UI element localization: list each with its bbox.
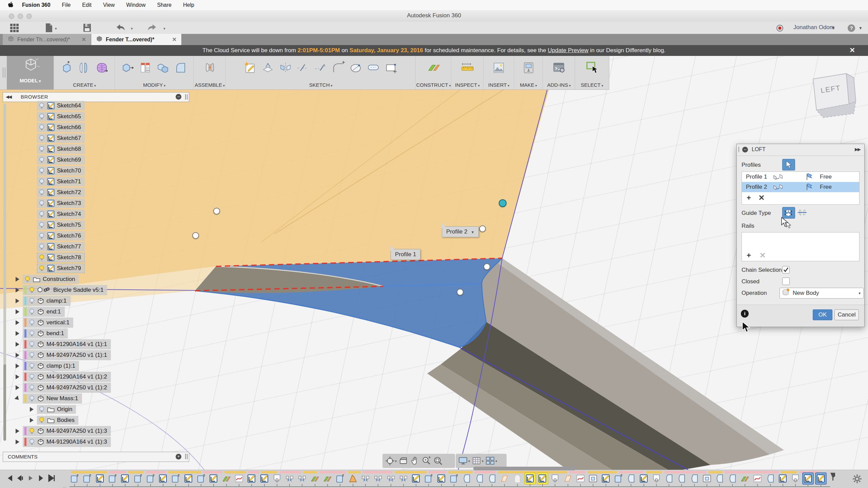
visibility-bulb-icon[interactable] — [39, 200, 45, 207]
sketch-fillet-icon[interactable] — [331, 60, 346, 75]
comments-resize-grip[interactable] — [185, 454, 188, 459]
timeline-feature-sketch[interactable] — [95, 473, 105, 484]
browser-resize-grip[interactable] — [185, 94, 188, 100]
browser-item-sketch72[interactable]: Sketch72 — [30, 187, 85, 198]
expand-arrow-icon[interactable] — [16, 331, 19, 336]
expand-arrow-icon[interactable] — [16, 309, 19, 314]
user-menu[interactable]: Jonathan Odom — [793, 24, 834, 31]
timeline-feature-fillet[interactable] — [714, 473, 725, 484]
document-tab-1[interactable]: Fender Th...covered)* — [3, 34, 91, 45]
timeline-feature-fillet[interactable] — [689, 473, 699, 484]
timeline-feature-fillet[interactable] — [676, 473, 687, 484]
expand-arrow-icon[interactable] — [16, 429, 19, 433]
browser-item-label[interactable]: M4-91290A164 v1 (1):1 — [46, 341, 107, 348]
measure-icon[interactable] — [460, 60, 475, 75]
browser-item-origin[interactable]: Origin — [30, 404, 76, 414]
go-to-end-icon[interactable] — [47, 474, 56, 484]
browser-item-label[interactable]: end:1 — [46, 308, 61, 315]
browser-item-sketch70[interactable]: Sketch70 — [30, 166, 85, 176]
tab-close-icon[interactable] — [172, 36, 177, 43]
sketch-mirror-icon[interactable] — [278, 60, 293, 75]
profile-continuity-value[interactable]: Free — [820, 174, 832, 180]
timeline-feature-fillet[interactable] — [487, 473, 497, 484]
visibility-bulb-icon[interactable] — [24, 276, 31, 283]
timeline-feature-extrude[interactable] — [145, 473, 156, 484]
rails-list[interactable]: + ✕ — [742, 232, 860, 261]
browser-item-label[interactable]: New Mass:1 — [46, 395, 78, 402]
timeline-feature-plane[interactable] — [221, 473, 232, 484]
visibility-bulb-icon[interactable] — [29, 384, 35, 391]
expand-arrow-icon[interactable] — [16, 277, 19, 282]
browser-item-sketch74[interactable]: Sketch74 — [30, 209, 85, 219]
visibility-bulb-icon[interactable] — [39, 265, 45, 272]
visibility-bulb-icon[interactable] — [39, 232, 45, 239]
timeline-feature-fillet[interactable] — [727, 473, 737, 484]
timeline-feature-loft[interactable] — [348, 473, 358, 484]
sketch-rectangle-icon[interactable] — [384, 60, 399, 75]
timeline-feature-sketch-selected[interactable] — [816, 473, 826, 484]
3d-print-icon[interactable] — [521, 60, 536, 75]
browser-item-bend-1[interactable]: bend:1 — [16, 328, 68, 339]
visibility-bulb-icon[interactable] — [29, 373, 35, 380]
timeline-feature-sketch[interactable] — [259, 473, 270, 484]
expand-arrow-icon[interactable] — [30, 418, 34, 423]
timeline-feature-hole[interactable] — [272, 473, 282, 484]
timeline-feature-fillet[interactable] — [664, 473, 674, 484]
menu-item-help[interactable]: Help — [177, 0, 200, 10]
browser-item-clamp-1-1[interactable]: clamp (1):1 — [16, 361, 79, 371]
browser-item-label[interactable]: Sketch72 — [57, 189, 81, 196]
timeline-feature-extrude[interactable] — [107, 473, 118, 484]
browser-item-sketch69[interactable]: Sketch69 — [30, 155, 85, 165]
timeline-feature-sketch[interactable] — [601, 473, 611, 484]
remove-profile-button[interactable]: ✕ — [758, 195, 765, 201]
add-rail-button[interactable]: + — [747, 252, 751, 259]
loft-handle-4[interactable] — [484, 263, 490, 270]
browser-item-label[interactable]: Bicycle Saddle v5:1 — [53, 287, 103, 293]
browser-item-label[interactable]: Sketch67 — [57, 135, 81, 142]
extrude-icon[interactable] — [59, 60, 74, 75]
add-profile-button[interactable]: + — [747, 195, 751, 201]
timeline-feature-mirror[interactable] — [360, 473, 371, 484]
timeline-feature-mirror[interactable] — [284, 473, 295, 484]
browser-item-construction[interactable]: Construction — [16, 274, 79, 284]
file-new-icon[interactable] — [45, 23, 53, 34]
revolve-icon[interactable] — [77, 60, 92, 75]
timeline-feature-fillet[interactable] — [626, 473, 636, 484]
timeline-feature-extrude[interactable] — [335, 473, 345, 484]
timeline-feature-mirror[interactable] — [386, 473, 396, 484]
save-icon[interactable] — [83, 23, 92, 34]
timeline-feature-boundary[interactable] — [563, 473, 573, 484]
undo-dropdown-icon[interactable]: ▾ — [131, 26, 133, 31]
profiles-select-button[interactable] — [782, 159, 795, 170]
visibility-bulb-icon[interactable] — [29, 319, 35, 326]
browser-item-label[interactable]: Sketch77 — [57, 243, 81, 250]
browser-item-label[interactable]: Construction — [43, 276, 75, 283]
timeline-feature-mirror[interactable] — [398, 473, 409, 484]
timeline-scrollbar-thumb[interactable] — [473, 467, 576, 470]
visibility-bulb-icon[interactable] — [29, 439, 35, 445]
browser-item-sketch65[interactable]: Sketch65 — [30, 111, 85, 122]
expand-arrow-icon[interactable] — [16, 342, 19, 347]
timeline-feature-plane[interactable] — [322, 473, 333, 484]
profile-2-tag[interactable]: Profile 2▼ — [442, 226, 479, 237]
visibility-bulb-icon[interactable] — [39, 243, 45, 250]
visibility-bulb-icon[interactable] — [29, 363, 35, 369]
select-icon[interactable] — [585, 60, 599, 75]
visibility-bulb-icon[interactable] — [29, 330, 35, 337]
timeline-feature-sketch-selected[interactable] — [803, 473, 813, 484]
redo-icon[interactable] — [146, 23, 158, 34]
browser-item-m4-91290a164-v1-1-1[interactable]: M4-91290A164 v1 (1):1 — [16, 339, 111, 349]
expand-arrow-icon[interactable] — [16, 299, 19, 303]
visibility-bulb-icon[interactable] — [39, 222, 45, 228]
help-dropdown-icon[interactable]: ▼ — [859, 26, 863, 30]
chevron-down-icon[interactable]: ▼ — [471, 230, 474, 234]
timeline-feature-fillet[interactable] — [461, 473, 472, 484]
browser-item-label[interactable]: Sketch66 — [57, 124, 81, 131]
visibility-bulb-icon[interactable] — [39, 124, 45, 131]
timeline-feature-sketch[interactable] — [246, 473, 257, 484]
browser-item-sketch75[interactable]: Sketch75 — [30, 220, 85, 230]
expand-arrow-icon[interactable] — [16, 440, 19, 444]
timeline-feature-sketch[interactable] — [436, 473, 447, 484]
expand-arrow-icon[interactable] — [16, 288, 19, 292]
comments-panel-header[interactable]: COMMENTS — [3, 452, 189, 462]
